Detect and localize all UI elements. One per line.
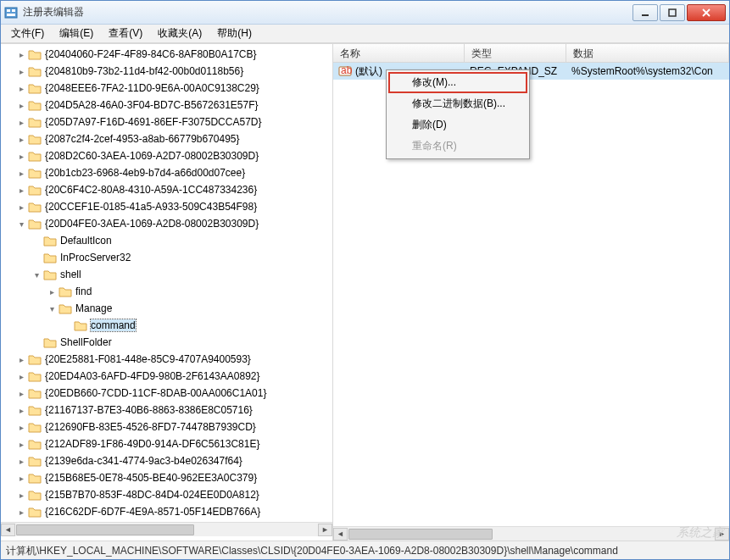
tree-node[interactable]: ▸{204D5A28-46A0-3F04-BD7C-B5672631E57F} — [16, 97, 332, 114]
tree-toggle-icon[interactable]: ▸ — [16, 185, 26, 195]
list-header: 名称 类型 数据 — [333, 44, 729, 63]
registry-editor-window: 注册表编辑器 文件(F) 编辑(E) 查看(V) 收藏夹(A) 帮助(H) ▸{… — [0, 0, 730, 560]
tree-node[interactable]: ▸{208D2C60-3AEA-1069-A2D7-08002B30309D} — [16, 147, 332, 164]
tree-label: {20D04FE0-3AEA-1069-A2D8-08002B30309D} — [45, 218, 259, 230]
maximize-button[interactable] — [660, 4, 685, 21]
tree-toggle-icon[interactable]: ▾ — [31, 269, 42, 280]
context-modify-binary[interactable]: 修改二进制数据(B)... — [388, 93, 527, 114]
tree-toggle-icon[interactable]: ▸ — [16, 100, 26, 110]
tree-toggle-icon[interactable]: ▾ — [47, 303, 57, 313]
tree-label: find — [75, 286, 92, 297]
column-data[interactable]: 数据 — [566, 44, 729, 62]
context-delete[interactable]: 删除(D) — [388, 114, 527, 136]
tree-node[interactable]: command — [62, 317, 332, 334]
tree-node[interactable]: ▾Manage — [47, 300, 332, 317]
tree-toggle-icon[interactable]: ▸ — [16, 473, 26, 483]
tree-toggle-icon[interactable] — [31, 252, 42, 263]
close-button[interactable] — [687, 4, 726, 21]
tree-node[interactable]: ▾shell — [31, 266, 332, 283]
tree-node[interactable]: ▸{212690FB-83E5-4526-8FD7-74478B7939CD} — [16, 419, 332, 435]
folder-icon — [28, 386, 42, 400]
scroll-right-icon[interactable]: ► — [318, 524, 332, 536]
menubar: 文件(F) 编辑(E) 查看(V) 收藏夹(A) 帮助(H) — [1, 25, 729, 43]
tree-toggle-icon[interactable]: ▸ — [16, 49, 26, 59]
tree-node[interactable]: ▸{2139e6da-c341-4774-9ac3-b4e026347f64} — [16, 452, 332, 469]
tree-pane[interactable]: ▸{20404060-F24F-4F89-84C6-8AF80B0A17CB}▸… — [1, 44, 333, 541]
folder-icon — [28, 183, 42, 197]
tree-toggle-icon[interactable]: ▸ — [16, 117, 26, 127]
tree-node[interactable]: ▸{20ED4A03-6AFD-4FD9-980B-2F6143AA0892} — [16, 368, 332, 385]
scroll-left-icon[interactable]: ◄ — [1, 524, 15, 536]
tree-node[interactable]: ▸{20E25881-F081-448e-85C9-4707A9400593} — [16, 351, 332, 368]
tree-toggle-icon[interactable]: ▸ — [16, 83, 26, 93]
tree-label: {21167137-B7E3-40B6-8863-8386E8C05716} — [45, 404, 253, 416]
tree-toggle-icon[interactable]: ▸ — [16, 388, 26, 398]
tree-node[interactable]: ▸{20EDB660-7CDD-11CF-8DAB-00AA006C1A01} — [16, 385, 332, 402]
menu-file[interactable]: 文件(F) — [4, 25, 51, 42]
tree-toggle-icon[interactable]: ▸ — [16, 202, 26, 212]
tree-label: InProcServer32 — [60, 252, 131, 263]
tree-node[interactable]: ▸{216C62DF-6D7F-4E9A-8571-05F14EDB766A} — [16, 503, 332, 520]
tree-node[interactable]: DefaultIcon — [31, 232, 332, 249]
tree-toggle-icon[interactable]: ▸ — [16, 168, 26, 178]
menu-edit[interactable]: 编辑(E) — [53, 25, 100, 42]
tree-node[interactable]: ▸find — [47, 283, 332, 300]
tree-toggle-icon[interactable]: ▸ — [16, 371, 26, 381]
tree-node[interactable]: ▸{2087c2f4-2cef-4953-a8ab-66779b670495} — [16, 130, 332, 147]
folder-icon — [43, 268, 57, 281]
scroll-right-icon[interactable]: ► — [715, 528, 729, 541]
tree-node[interactable]: ▸{2048EEE6-7FA2-11D0-9E6A-00A0C9138C29} — [16, 80, 332, 97]
tree-node[interactable]: ▸{20404060-F24F-4F89-84C6-8AF80B0A17CB} — [16, 46, 332, 63]
list-body[interactable]: ab (默认) REG_EXPAND_SZ %SystemRoot%\syste… — [333, 63, 729, 526]
tree-toggle-icon[interactable]: ▸ — [16, 422, 26, 432]
folder-icon — [59, 302, 72, 315]
tree-toggle-icon[interactable] — [31, 337, 42, 347]
tree-node[interactable]: ▸{21167137-B7E3-40B6-8863-8386E8C05716} — [16, 402, 332, 419]
tree-toggle-icon[interactable]: ▸ — [16, 134, 26, 144]
tree-toggle-icon[interactable]: ▸ — [47, 286, 57, 297]
tree-toggle-icon[interactable]: ▸ — [16, 354, 26, 364]
tree-scrollbar-h[interactable]: ◄ ► — [1, 522, 332, 536]
tree-node[interactable]: ▸{204810b9-73b2-11d4-bf42-00b0d0118b56} — [16, 63, 332, 80]
tree-node[interactable]: ▸{215B68E5-0E78-4505-BE40-962EE3A0C379} — [16, 469, 332, 486]
folder-icon — [43, 234, 57, 247]
tree-node[interactable]: InProcServer32 — [31, 249, 332, 266]
tree-node[interactable]: ▸{212ADF89-1F86-49D0-914A-DF6C5613C81E} — [16, 435, 332, 452]
tree-node[interactable]: ▸{20b1cb23-6968-4eb9-b7d4-a66d00d07cee} — [16, 164, 332, 181]
tree-node[interactable]: ShellFolder — [31, 334, 332, 351]
column-type[interactable]: 类型 — [465, 44, 566, 62]
folder-icon — [28, 420, 42, 434]
folder-icon — [59, 285, 72, 298]
tree-node[interactable]: ▸{205D7A97-F16D-4691-86EF-F3075DCCA57D} — [16, 114, 332, 130]
folder-icon — [28, 369, 42, 383]
tree-toggle-icon[interactable]: ▸ — [16, 66, 26, 76]
list-scrollbar-h[interactable]: ◄ ► — [333, 526, 729, 541]
tree-label: {20CCEF1E-0185-41a5-A933-509C43B54F98} — [45, 201, 257, 213]
tree-toggle-icon[interactable]: ▸ — [16, 490, 26, 500]
tree-toggle-icon[interactable] — [62, 320, 72, 330]
folder-icon — [28, 471, 42, 485]
tree-toggle-icon[interactable]: ▸ — [16, 439, 26, 449]
minimize-button[interactable] — [632, 4, 658, 21]
tree-toggle-icon[interactable]: ▸ — [16, 507, 26, 517]
tree-node[interactable]: ▸{20C6F4C2-80A8-4310-A59A-1CC487334236} — [16, 181, 332, 198]
tree-toggle-icon[interactable] — [31, 236, 42, 246]
tree-toggle-icon[interactable]: ▸ — [16, 456, 26, 466]
tree-node[interactable]: ▾{20D04FE0-3AEA-1069-A2D8-08002B30309D} — [16, 215, 332, 232]
tree-node[interactable]: ▸{215B7B70-853F-48DC-84D4-024EE0D0A812} — [16, 486, 332, 503]
scroll-left-icon[interactable]: ◄ — [333, 528, 348, 541]
scrollbar-thumb[interactable] — [348, 529, 493, 540]
tree-toggle-icon[interactable]: ▸ — [16, 151, 26, 161]
column-name[interactable]: 名称 — [333, 44, 465, 62]
menu-help[interactable]: 帮助(H) — [210, 25, 259, 42]
tree-label: {20EDB660-7CDD-11CF-8DAB-00AA006C1A01} — [45, 387, 266, 399]
scrollbar-thumb[interactable] — [16, 524, 194, 535]
titlebar[interactable]: 注册表编辑器 — [1, 1, 729, 25]
menu-view[interactable]: 查看(V) — [102, 25, 149, 42]
tree-toggle-icon[interactable]: ▾ — [16, 219, 26, 229]
context-rename[interactable]: 重命名(R) — [388, 136, 527, 157]
context-modify[interactable]: 修改(M)... — [388, 72, 527, 93]
tree-node[interactable]: ▸{20CCEF1E-0185-41a5-A933-509C43B54F98} — [16, 198, 332, 215]
menu-favorites[interactable]: 收藏夹(A) — [151, 25, 209, 42]
tree-toggle-icon[interactable]: ▸ — [16, 405, 26, 415]
